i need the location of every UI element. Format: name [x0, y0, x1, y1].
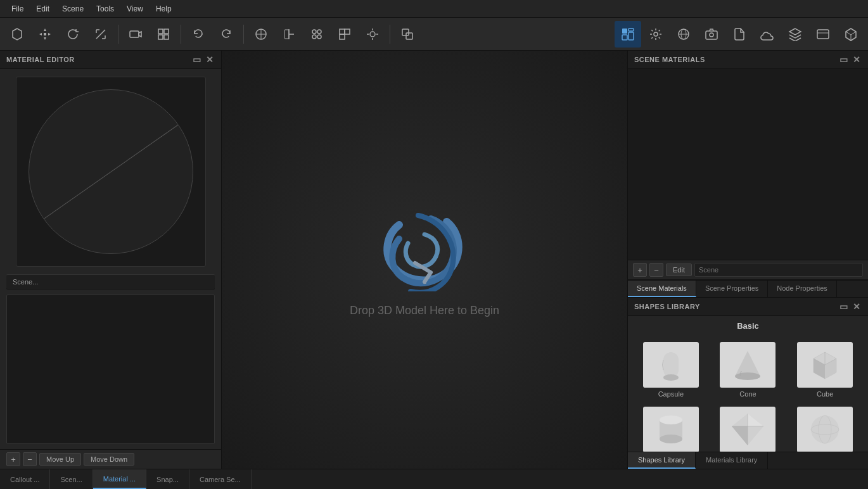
cube-tool[interactable] — [838, 21, 864, 48]
material-editor-close[interactable]: ✕ — [205, 54, 215, 65]
rotate-tool[interactable] — [60, 21, 86, 48]
svg-rect-23 — [622, 29, 627, 34]
shapes-library-close[interactable]: ✕ — [852, 302, 862, 312]
svg-point-38 — [735, 372, 760, 380]
tab-scene-properties[interactable]: Scene Properties — [696, 281, 768, 297]
svg-point-12 — [317, 35, 321, 39]
tab-snap[interactable]: Snap... — [146, 469, 189, 489]
shape-cylinder-thumb — [643, 407, 699, 452]
materials-library-footer-tab[interactable]: Materials Library — [696, 452, 768, 469]
menu-file[interactable]: File — [5, 2, 30, 16]
material-editor-panel: MATERIAL EDITOR ▭ ✕ Scene... + − Move Up… — [0, 51, 222, 469]
svg-rect-8 — [284, 30, 289, 39]
material-add-btn[interactable]: + — [6, 452, 20, 466]
preview-slash — [30, 115, 191, 228]
camera2-tool[interactable] — [698, 21, 725, 48]
tab-scene-materials[interactable]: Scene Materials — [628, 281, 696, 297]
scene-materials-close[interactable]: ✕ — [852, 54, 862, 65]
menu-help[interactable]: Help — [150, 2, 178, 16]
svg-rect-3 — [158, 35, 163, 39]
menu-tools[interactable]: Tools — [90, 2, 120, 16]
material-editor-minimize[interactable]: ▭ — [192, 54, 202, 65]
shape-cube[interactable]: Cube — [788, 340, 862, 400]
shape-cube-thumb — [797, 342, 853, 388]
camera-tool[interactable] — [122, 21, 149, 48]
scene-materials-add-btn[interactable]: + — [633, 263, 647, 277]
panel-tool[interactable] — [810, 21, 836, 48]
shape-cube-label: Cube — [817, 390, 833, 398]
material-preview — [16, 77, 206, 267]
tab-scene[interactable]: Scen... — [50, 469, 93, 489]
materials-tool[interactable] — [331, 21, 358, 48]
scene-materials-search[interactable] — [694, 263, 863, 277]
move-tool[interactable] — [32, 21, 58, 48]
toolbar-sep1 — [118, 25, 118, 44]
shape-diamond[interactable]: Diamond — [712, 404, 785, 452]
scale-tool[interactable] — [87, 21, 114, 48]
material-move-down-btn[interactable]: Move Down — [84, 453, 134, 466]
tab-camera[interactable]: Camera Se... — [189, 469, 252, 489]
material-editor-controls: ▭ ✕ — [192, 54, 215, 65]
tab-node-properties[interactable]: Node Properties — [768, 281, 837, 297]
redo-btn[interactable] — [213, 21, 239, 48]
svg-point-11 — [312, 35, 316, 39]
shapes-grid: Capsule Cone — [628, 336, 868, 452]
main-layout: MATERIAL EDITOR ▭ ✕ Scene... + − Move Up… — [0, 51, 868, 469]
snap-tool[interactable] — [150, 21, 177, 48]
tab-callout[interactable]: Callout ... — [0, 469, 50, 489]
material-list — [6, 295, 215, 444]
svg-rect-26 — [629, 32, 634, 40]
shape-cone[interactable]: Cone — [712, 340, 785, 400]
shapes-library-minimize[interactable]: ▭ — [839, 302, 849, 312]
layers-tool[interactable] — [782, 21, 808, 48]
shapes-library-title: SHAPES LIBRARY — [634, 303, 700, 310]
lights-tool[interactable] — [359, 21, 386, 48]
object-tool[interactable] — [4, 21, 30, 48]
environment-tool[interactable] — [670, 21, 697, 48]
group-tool[interactable] — [303, 21, 330, 48]
shapes-library-footer-tab[interactable]: Shapes Library — [628, 452, 696, 469]
svg-rect-2 — [164, 29, 169, 34]
render-tool[interactable] — [394, 21, 421, 48]
material-remove-btn[interactable]: − — [23, 452, 37, 466]
svg-point-27 — [654, 32, 658, 36]
svg-point-32 — [710, 33, 713, 37]
shape-capsule[interactable]: Capsule — [634, 340, 708, 400]
scene-materials-minimize[interactable]: ▭ — [839, 54, 849, 65]
shape-diamond-thumb — [720, 407, 775, 452]
right-panel: SCENE MATERIALS ▭ ✕ + − Edit Scene Mater… — [627, 51, 868, 469]
scene-materials-edit-btn[interactable]: Edit — [666, 264, 692, 276]
material-list-toolbar: + − Move Up Move Down — [0, 449, 221, 469]
scene-materials-remove-btn[interactable]: − — [649, 263, 663, 277]
undo-btn[interactable] — [185, 21, 212, 48]
scene-materials-title: SCENE MATERIALS — [634, 56, 705, 63]
shape-cylinder[interactable]: Cylinder — [634, 404, 708, 452]
menu-bar: File Edit Scene Tools View Help — [0, 0, 868, 18]
svg-rect-14 — [345, 29, 350, 34]
svg-rect-4 — [164, 35, 169, 39]
svg-rect-15 — [340, 34, 345, 39]
tab-material[interactable]: Material ... — [93, 469, 146, 489]
shape-sphere[interactable]: Sphere — [788, 404, 862, 452]
material-move-up-btn[interactable]: Move Up — [39, 453, 81, 466]
svg-rect-0 — [130, 31, 139, 37]
scene-materials-header: SCENE MATERIALS ▭ ✕ — [628, 51, 868, 69]
menu-view[interactable]: View — [120, 2, 150, 16]
svg-rect-31 — [706, 31, 717, 39]
shape-cone-label: Cone — [739, 390, 756, 398]
transform-tool[interactable] — [248, 21, 274, 48]
svg-point-48 — [660, 416, 682, 424]
viewport: Drop 3D Model Here to Begin — [222, 51, 627, 469]
shape-sphere-thumb — [797, 407, 853, 452]
svg-point-36 — [663, 374, 679, 381]
scene-materials-panel: SCENE MATERIALS ▭ ✕ + − Edit Scene Mater… — [628, 51, 868, 298]
svg-rect-33 — [817, 30, 829, 39]
material-name-text: Scene... — [13, 278, 38, 286]
pivot-tool[interactable] — [276, 21, 302, 48]
layout-tool[interactable] — [615, 21, 641, 48]
menu-edit[interactable]: Edit — [30, 2, 56, 16]
import-tool[interactable] — [726, 21, 753, 48]
menu-scene[interactable]: Scene — [56, 2, 90, 16]
cloud-tool[interactable] — [754, 21, 781, 48]
settings-tool[interactable] — [642, 21, 669, 48]
